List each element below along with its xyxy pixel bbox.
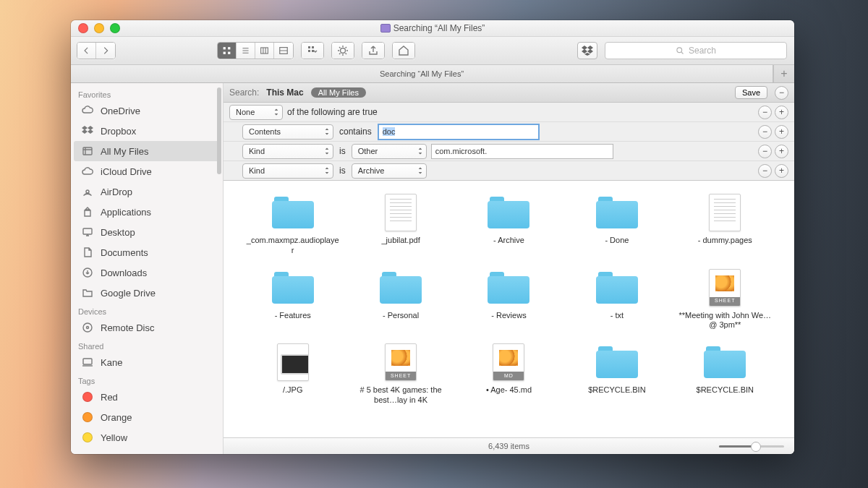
icon-view-button[interactable] xyxy=(218,43,237,59)
sidebar-item[interactable]: Documents xyxy=(71,242,223,262)
search-rule: KindisArchive−+ xyxy=(224,160,794,180)
file-name: - Features xyxy=(275,311,311,321)
svg-point-17 xyxy=(87,327,89,329)
rule-value-input[interactable]: doc xyxy=(378,124,540,140)
svg-rect-14 xyxy=(83,228,92,234)
file-item[interactable]: - txt xyxy=(566,269,667,331)
rule-value-popup[interactable]: Other xyxy=(352,144,427,159)
new-tab-button[interactable]: + xyxy=(773,65,794,82)
rule-remove-button[interactable]: − xyxy=(758,106,772,119)
folder-icon xyxy=(272,272,314,304)
save-search-button[interactable]: Save xyxy=(735,86,767,99)
sidebar-header: Shared xyxy=(71,338,223,352)
sidebar-item[interactable]: Kane xyxy=(71,352,223,372)
item-count: 6,439 items xyxy=(488,442,529,450)
rule-value-popup[interactable]: Archive xyxy=(352,163,427,179)
folder-icon xyxy=(596,346,638,378)
share-menu[interactable] xyxy=(362,42,385,59)
file-item[interactable]: $RECYCLE.BIN xyxy=(566,343,667,406)
svg-point-16 xyxy=(83,323,92,332)
rule-attribute-popup[interactable]: None xyxy=(229,105,283,120)
back-button[interactable] xyxy=(77,43,96,59)
sidebar-scrollbar[interactable] xyxy=(217,87,221,174)
search-rule: None of the following are true−+ xyxy=(224,103,794,121)
file-item[interactable]: SHEET**Meeting with John We…@ 3pm** xyxy=(675,269,775,331)
tags-menu[interactable] xyxy=(392,42,415,59)
rule-add-button[interactable]: + xyxy=(775,164,788,178)
window-body: FavoritesOneDriveDropboxAll My FilesiClo… xyxy=(71,83,794,454)
file-item[interactable]: - Reviews xyxy=(459,269,559,331)
arrange-button[interactable] xyxy=(302,43,323,59)
folder-icon xyxy=(380,272,422,304)
file-item[interactable]: - Personal xyxy=(350,269,451,331)
sidebar-item[interactable]: Yellow xyxy=(71,427,223,448)
image-icon xyxy=(277,343,309,381)
file-name: - Done xyxy=(605,236,629,246)
sidebar-item[interactable]: OneDrive xyxy=(71,100,223,121)
file-name: - dummy.pages xyxy=(698,236,752,246)
file-item[interactable]: - Archive xyxy=(459,194,559,256)
window-title-text: Searching “All My Files” xyxy=(393,23,485,33)
action-menu[interactable] xyxy=(331,42,354,59)
search-rule: KindisOthercom.microsoft.−+ xyxy=(224,141,794,160)
sidebar-item[interactable]: Desktop xyxy=(71,222,223,242)
sidebar-item-label: Desktop xyxy=(101,227,135,238)
file-item[interactable]: _jubilat.pdf xyxy=(350,194,451,256)
sidebar-item[interactable]: Red xyxy=(71,387,223,407)
file-item[interactable]: SHEET# 5 best 4K games: the best…lay in … xyxy=(350,343,451,406)
forward-button[interactable] xyxy=(96,43,115,59)
column-view-button[interactable] xyxy=(255,43,274,59)
sidebar-item[interactable]: Dropbox xyxy=(71,121,223,141)
svg-rect-6 xyxy=(308,46,310,48)
file-name: $RECYCLE.BIN xyxy=(697,385,754,395)
sidebar-item[interactable]: Google Drive xyxy=(71,283,223,303)
arrange-menu[interactable] xyxy=(301,42,324,59)
sidebar-item[interactable]: AirDrop xyxy=(71,181,223,202)
file-item[interactable]: MD• Age- 45.md xyxy=(459,343,559,406)
rule-add-button[interactable]: + xyxy=(775,145,788,158)
list-view-button[interactable] xyxy=(237,43,255,59)
dropbox-toolbar-button[interactable] xyxy=(577,42,597,59)
file-grid[interactable]: _com.maxmpz.audioplayer_jubilat.pdf- Arc… xyxy=(224,181,794,437)
rule-attribute-popup[interactable]: Kind xyxy=(242,163,333,179)
rule-remove-button[interactable]: − xyxy=(758,145,772,158)
file-item[interactable]: - Done xyxy=(566,194,667,256)
view-switcher xyxy=(217,42,294,59)
rule-attribute-popup[interactable]: Contents xyxy=(242,124,333,140)
sidebar-item-label: Applications xyxy=(101,207,151,218)
file-thumb xyxy=(270,194,316,231)
sidebar-item[interactable]: Downloads xyxy=(71,262,223,283)
scope-all-my-files[interactable]: All My Files xyxy=(311,87,366,98)
file-item[interactable]: - dummy.pages xyxy=(675,194,775,256)
tags-button[interactable] xyxy=(393,43,414,59)
rule-remove-button[interactable]: − xyxy=(758,164,772,178)
file-item[interactable]: - Features xyxy=(242,269,343,331)
rule-attribute-popup[interactable]: Kind xyxy=(242,144,333,159)
file-item[interactable]: $RECYCLE.BIN xyxy=(675,343,775,406)
rule-value-input[interactable]: com.microsoft. xyxy=(431,144,613,159)
tab[interactable]: Searching “All My Files” xyxy=(71,65,773,82)
action-button[interactable] xyxy=(332,43,354,59)
svg-rect-7 xyxy=(312,46,314,48)
file-item[interactable]: /.JPG xyxy=(242,343,343,406)
icon-size-slider[interactable] xyxy=(719,442,784,450)
file-name: **Meeting with John We…@ 3pm** xyxy=(678,311,772,331)
coverflow-view-button[interactable] xyxy=(274,43,293,59)
search-input[interactable]: Search xyxy=(605,42,787,59)
sidebar-item[interactable]: Orange xyxy=(71,407,223,427)
scope-this-mac[interactable]: This Mac xyxy=(266,87,303,98)
sidebar-item[interactable]: All My Files xyxy=(74,141,220,161)
remove-rule-button[interactable]: − xyxy=(775,86,788,100)
folder-icon xyxy=(488,272,529,304)
sidebar-item[interactable]: Remote Disc xyxy=(71,317,223,338)
file-item[interactable]: _com.maxmpz.audioplayer xyxy=(242,194,343,256)
sidebar-item[interactable]: iCloud Drive xyxy=(71,161,223,181)
share-button[interactable] xyxy=(362,43,384,59)
airdrop-icon xyxy=(81,186,94,197)
sidebar-item[interactable]: Applications xyxy=(71,202,223,222)
rule-remove-button[interactable]: − xyxy=(758,125,772,139)
svg-point-13 xyxy=(86,190,89,193)
rule-add-button[interactable]: + xyxy=(775,106,788,119)
rule-add-button[interactable]: + xyxy=(775,125,788,139)
file-thumb xyxy=(378,194,424,231)
